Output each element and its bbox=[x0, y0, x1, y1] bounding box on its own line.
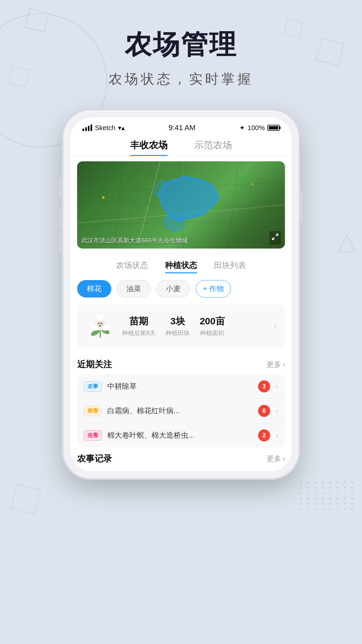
crop-stat-area: 200亩 种植面积 bbox=[200, 315, 225, 337]
alert-item-pest[interactable]: 虫害 棉大卷叶螟、棉大造桥虫... 2 › bbox=[77, 423, 285, 447]
add-crop-button[interactable]: + 作物 bbox=[196, 280, 231, 298]
alert-chevron-farm: › bbox=[276, 382, 278, 391]
sub-tab-planting-status[interactable]: 种植状态 bbox=[165, 260, 197, 273]
chevron-right-icon: › bbox=[283, 360, 285, 369]
farm-record-more[interactable]: 更多 › bbox=[266, 454, 285, 464]
svg-point-19 bbox=[98, 323, 100, 324]
svg-marker-1 bbox=[159, 176, 219, 221]
bluetooth-icon: ✦ bbox=[239, 124, 245, 132]
sub-tabs: 农场状态 种植状态 田块列表 bbox=[70, 254, 292, 276]
crop-image-cotton bbox=[85, 311, 115, 341]
crop-info-card[interactable]: 苗期 种植后第8天 3块 种植田块 200亩 种植面积 › bbox=[77, 304, 285, 348]
triangle-decoration bbox=[339, 235, 355, 256]
crop-stage-label: 种植后第8天 bbox=[122, 329, 156, 337]
alert-text-pest: 棉大卷叶螟、棉大造桥虫... bbox=[107, 430, 253, 440]
battery-percent: 100% bbox=[248, 124, 265, 132]
header-area: 农场管理 农场状态，实时掌握 bbox=[0, 0, 362, 108]
status-right: ✦ 100% bbox=[239, 124, 280, 132]
carrier-label: Sketch bbox=[95, 124, 115, 132]
alert-count-pest: 2 bbox=[258, 429, 270, 441]
alert-count-disease: 6 bbox=[258, 405, 270, 417]
status-time: 9:41 AM bbox=[169, 123, 196, 132]
crop-stat-fields: 3块 种植田块 bbox=[166, 315, 190, 337]
recent-attention-more[interactable]: 更多 › bbox=[266, 360, 285, 370]
signal-bar-4 bbox=[90, 124, 92, 131]
battery-icon bbox=[267, 125, 280, 131]
farm-record-title: 农事记录 bbox=[77, 453, 112, 465]
recent-attention-header: 近期关注 更多 › bbox=[70, 353, 292, 374]
top-tabs: 丰收农场 示范农场 bbox=[70, 135, 292, 156]
map-address-label: 武汉市洪山区高新大道666号光谷生物城 bbox=[81, 236, 188, 245]
crop-stage-value: 苗期 bbox=[122, 315, 156, 328]
alert-list: 农事 中耕除草 3 › 病害 白霜病、棉花红叶病... 6 › 虫害 棉大卷叶螟… bbox=[77, 374, 285, 447]
svg-point-18 bbox=[97, 321, 104, 328]
phone-mockup: Sketch ▾▴ 9:41 AM ✦ 100% 丰收农场 示范农场 bbox=[64, 111, 298, 478]
crop-tag-wheat[interactable]: 小麦 bbox=[156, 280, 190, 298]
crop-tags: 棉花 油菜 小麦 + 作物 bbox=[70, 276, 292, 302]
phone-frame: Sketch ▾▴ 9:41 AM ✦ 100% 丰收农场 示范农场 bbox=[64, 111, 298, 478]
alert-chevron-disease: › bbox=[276, 406, 278, 416]
phone-inner: Sketch ▾▴ 9:41 AM ✦ 100% 丰收农场 示范农场 bbox=[70, 117, 292, 471]
tab-harvest-farm[interactable]: 丰收农场 bbox=[130, 139, 168, 156]
svg-point-21 bbox=[100, 325, 101, 327]
sub-tab-field-list[interactable]: 田块列表 bbox=[214, 260, 246, 273]
map-polygon bbox=[77, 161, 285, 249]
alert-count-farm: 3 bbox=[258, 380, 270, 392]
crop-fields-label: 种植田块 bbox=[166, 329, 190, 337]
signal-bar-3 bbox=[88, 126, 89, 131]
farm-record-header: 农事记录 更多 › bbox=[70, 447, 292, 471]
crop-area-label: 种植面积 bbox=[200, 329, 225, 337]
sub-tab-farm-status[interactable]: 农场状态 bbox=[116, 260, 148, 273]
battery-fill bbox=[269, 126, 278, 129]
recent-attention-title: 近期关注 bbox=[77, 359, 112, 370]
crop-details: 苗期 种植后第8天 3块 种植田块 200亩 种植面积 bbox=[122, 315, 267, 337]
alert-text-disease: 白霜病、棉花红叶病... bbox=[107, 406, 253, 416]
signal-bars bbox=[82, 124, 92, 131]
alert-text-farm: 中耕除草 bbox=[107, 381, 253, 391]
wifi-icon: ▾▴ bbox=[118, 124, 125, 132]
map-container: 武汉市洪山区高新大道666号光谷生物城 bbox=[77, 161, 285, 249]
alert-item-farm[interactable]: 农事 中耕除草 3 › bbox=[77, 374, 285, 399]
crop-area-value: 200亩 bbox=[200, 315, 225, 328]
crop-tag-cotton[interactable]: 棉花 bbox=[77, 280, 111, 298]
alert-badge-pest: 虫害 bbox=[84, 430, 102, 441]
dots-pattern bbox=[300, 481, 355, 510]
status-bar: Sketch ▾▴ 9:41 AM ✦ 100% bbox=[70, 117, 292, 135]
alert-chevron-pest: › bbox=[276, 431, 278, 440]
status-left: Sketch ▾▴ bbox=[82, 124, 125, 132]
tab-demo-farm[interactable]: 示范农场 bbox=[194, 139, 232, 156]
chevron-right-icon-2: › bbox=[283, 454, 285, 463]
signal-bar-2 bbox=[85, 127, 87, 131]
map-expand-button[interactable] bbox=[269, 231, 281, 245]
crop-card-chevron: › bbox=[274, 321, 277, 331]
crop-tag-rapeseed[interactable]: 油菜 bbox=[117, 280, 151, 298]
crop-fields-value: 3块 bbox=[166, 315, 190, 328]
svg-marker-0 bbox=[339, 235, 355, 252]
alert-badge-disease: 病害 bbox=[84, 406, 102, 416]
map-background bbox=[77, 161, 285, 249]
svg-point-20 bbox=[101, 323, 103, 324]
cube-decoration-5 bbox=[11, 484, 42, 515]
alert-badge-farm: 农事 bbox=[84, 381, 102, 392]
sub-title: 农场状态，实时掌握 bbox=[0, 70, 362, 88]
alert-item-disease[interactable]: 病害 白霜病、棉花红叶病... 6 › bbox=[77, 399, 285, 423]
signal-bar-1 bbox=[82, 128, 84, 131]
crop-stat-stage: 苗期 种植后第8天 bbox=[122, 315, 156, 337]
main-title: 农场管理 bbox=[0, 27, 362, 63]
